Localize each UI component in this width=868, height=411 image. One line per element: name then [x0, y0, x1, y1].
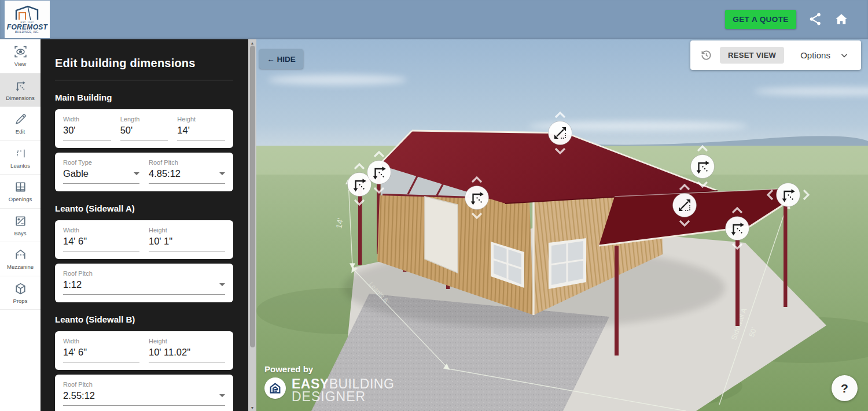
easy-building-designer-wordmark: EASYBUILDING DESIGNER: [292, 377, 394, 403]
roof-type-select[interactable]: Roof Type Gable: [63, 159, 139, 184]
scrollbar-thumb[interactable]: [250, 46, 255, 347]
leanto-b-height-field[interactable]: Height 10' 11.02": [149, 338, 225, 362]
dropdown-caret-icon: [219, 172, 225, 175]
view-icon: [13, 45, 28, 59]
leanto-a-height-field[interactable]: Height 10' 1": [149, 227, 225, 251]
logo-building-icon: [13, 5, 41, 20]
3d-viewport[interactable]: 14' Leanto A 14' 6" Sidewall A 50': [256, 39, 868, 411]
brand-designer: DESIGNER: [292, 390, 394, 403]
main-building-roof-card: Roof Type Gable Roof Pitch 4.85:12: [55, 153, 233, 191]
door: [425, 197, 458, 273]
easy-building-logo-icon: [264, 377, 286, 399]
logo-name: FOREMOST: [7, 24, 47, 30]
share-icon[interactable]: [808, 12, 823, 27]
field-label: Width: [63, 116, 111, 123]
sidebar-item-label: Mezzanine: [7, 264, 34, 270]
field-label: Roof Pitch: [63, 381, 225, 388]
width-field[interactable]: Width 30': [63, 116, 111, 140]
main-building-size-card: Width 30' Length 50' Height 14': [55, 109, 233, 148]
chevron-down-icon[interactable]: [839, 50, 849, 61]
divider: [55, 80, 233, 80]
leanto-a-roof-pitch-select[interactable]: Roof Pitch 1:12: [63, 270, 225, 295]
dropdown-caret-icon: [219, 283, 225, 286]
history-icon[interactable]: [700, 49, 713, 62]
field-label: Roof Pitch: [63, 270, 225, 277]
leanto-b-width-field[interactable]: Width 14' 6": [63, 338, 139, 362]
panel-title: Edit building dimensions: [55, 57, 233, 70]
sidebar-item-label: Openings: [9, 196, 32, 202]
roof-pitch-select[interactable]: Roof Pitch 4.85:12: [149, 159, 225, 184]
panel-scrollbar[interactable]: ▲ ▼: [248, 39, 256, 411]
mezzanine-icon: [13, 247, 28, 262]
leanto-b-roof-pitch-value: 2.55:12: [63, 390, 95, 401]
leanto-a-size-card: Width 14' 6" Height 10' 1": [55, 220, 233, 259]
leanto-a-roof-card: Roof Pitch 1:12: [55, 264, 233, 302]
tool-rail: View Dimensions Edit Leantos: [0, 39, 41, 411]
field-label: Roof Pitch: [149, 159, 225, 166]
field-label: Length: [120, 116, 168, 123]
sidebar-item-bays[interactable]: Bays: [0, 209, 41, 243]
leanto-a-height-input[interactable]: 10' 1": [149, 236, 225, 251]
field-label: Height: [177, 116, 225, 123]
leantos-icon: [13, 146, 28, 161]
roof-pitch-value: 4.85:12: [149, 168, 181, 179]
get-a-quote-button[interactable]: GET A QUOTE: [725, 10, 796, 29]
sidebar-item-label: View: [14, 61, 26, 67]
dimensions-icon: [13, 79, 28, 93]
hide-panel-button[interactable]: ← HIDE: [259, 49, 303, 69]
field-label: Roof Type: [63, 159, 139, 166]
powered-by-label: Powered by: [264, 364, 394, 374]
reset-view-button[interactable]: RESET VIEW: [720, 47, 784, 64]
length-input[interactable]: 50': [120, 125, 168, 140]
roof-type-value: Gable: [63, 168, 89, 179]
leanto-a-width-field[interactable]: Width 14' 6": [63, 227, 139, 251]
field-label: Height: [149, 338, 225, 345]
openings-icon: [13, 180, 28, 194]
width-input[interactable]: 30': [63, 125, 111, 140]
building-render: 14' Leanto A 14' 6" Sidewall A 50': [256, 39, 868, 411]
sidebar-item-leantos[interactable]: Leantos: [0, 141, 41, 175]
leanto-a-width-input[interactable]: 14' 6": [63, 236, 139, 251]
length-field[interactable]: Length 50': [120, 116, 168, 140]
edit-icon: [13, 112, 28, 127]
props-icon: [13, 282, 28, 296]
field-label: Width: [63, 338, 139, 345]
sidebar-item-view[interactable]: View: [0, 39, 41, 73]
height-field[interactable]: Height 14': [177, 116, 225, 140]
sidebar-item-edit[interactable]: Edit: [0, 107, 41, 141]
sidebar-item-label: Leantos: [10, 162, 30, 169]
scroll-down-icon[interactable]: ▼: [248, 404, 256, 411]
dropdown-caret-icon: [219, 394, 225, 397]
height-input[interactable]: 14': [177, 125, 225, 140]
home-icon[interactable]: [834, 12, 849, 27]
leanto-b-size-card: Width 14' 6" Height 10' 11.02": [55, 331, 233, 370]
sidebar-item-label: Edit: [16, 128, 25, 135]
sidebar-item-dimensions[interactable]: Dimensions: [0, 73, 41, 108]
field-label: Width: [63, 227, 139, 234]
sidebar-item-mezzanine[interactable]: Mezzanine: [0, 242, 41, 276]
help-button[interactable]: ?: [832, 375, 858, 401]
logo-subtitle: BUILDINGS, INC.: [15, 31, 39, 34]
sidewall-window: [549, 238, 586, 289]
sidebar-item-label: Bays: [14, 230, 26, 236]
section-leanto-a: Leanto (Sidewall A): [55, 203, 233, 213]
dropdown-caret-icon: [134, 172, 139, 175]
section-main-building: Main Building: [55, 92, 233, 102]
top-bar: EST. 1992 FOREMOST BUILDINGS, INC. GET A…: [0, 0, 868, 39]
company-logo[interactable]: EST. 1992 FOREMOST BUILDINGS, INC.: [5, 1, 50, 38]
field-label: Height: [149, 227, 225, 234]
sidebar-item-openings[interactable]: Openings: [0, 175, 41, 209]
leanto-a-roof-pitch-value: 1:12: [63, 279, 82, 290]
building-designer-app: EST. 1992 FOREMOST BUILDINGS, INC. GET A…: [0, 0, 868, 411]
edit-dimensions-panel: Edit building dimensions Main Building W…: [41, 39, 248, 411]
leanto-b-height-input[interactable]: 10' 11.02": [149, 347, 225, 362]
sidebar-item-props[interactable]: Props: [0, 276, 41, 310]
leanto-b-roof-pitch-select[interactable]: Roof Pitch 2.55:12: [63, 381, 225, 406]
options-menu[interactable]: Options: [800, 50, 830, 60]
leanto-b-roof-card: Roof Pitch 2.55:12: [55, 375, 233, 411]
leanto-b-width-input[interactable]: 14' 6": [63, 347, 139, 362]
section-leanto-b: Leanto (Sidewall B): [55, 314, 233, 324]
sidebar-item-label: Dimensions: [6, 95, 35, 101]
bays-icon: [13, 214, 28, 228]
powered-by-watermark: Powered by EASYBUILDING DESIGNER: [264, 364, 394, 403]
